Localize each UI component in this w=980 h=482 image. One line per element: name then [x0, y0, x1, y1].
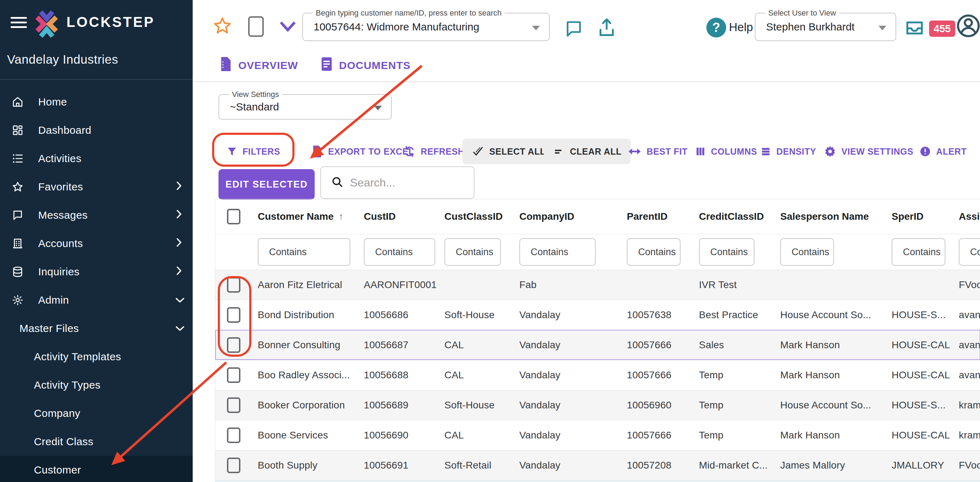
row-checkbox[interactable] — [227, 367, 240, 383]
density-button[interactable]: DENSITY — [760, 139, 816, 164]
sidebar-item-messages[interactable]: Messages — [0, 201, 192, 229]
column-header-Customer Name[interactable]: Customer Name↑ — [252, 211, 358, 222]
table-cell: Mark Hanson — [775, 369, 886, 381]
export-to-excel-button[interactable]: EXPORT TO EXCEL — [311, 139, 414, 164]
chevron-down-icon[interactable] — [278, 20, 297, 34]
row-checkbox[interactable] — [227, 277, 240, 293]
dropdown-caret-icon[interactable] — [878, 26, 886, 30]
column-header-SperID[interactable]: SperID — [886, 211, 953, 222]
table-row-partial[interactable] — [215, 480, 980, 482]
table-cell: HOUSE-S... — [886, 399, 953, 411]
table-cell: FVoca — [953, 279, 980, 290]
row-checkbox[interactable] — [227, 458, 240, 473]
table-row[interactable]: Aaron Fitz EletricalAARONFIT0001FabIVR T… — [215, 270, 980, 300]
column-header-CreditClassID[interactable]: CreditClassID — [693, 211, 775, 222]
sidebar-item-customer[interactable]: Customer — [0, 456, 192, 482]
sidebar-item-label: Activities — [38, 153, 81, 164]
filter-icon — [226, 146, 237, 157]
sidebar-item-company[interactable]: Company — [0, 399, 192, 428]
sidebar-item-label: Home — [38, 96, 67, 108]
sidebar-item-activity-types[interactable]: Activity Types — [0, 371, 192, 399]
sidebar-item-favorites[interactable]: Favorites — [0, 173, 192, 201]
column-header-CustClassID[interactable]: CustClassID — [439, 211, 514, 222]
checkbox-outline-icon[interactable] — [248, 16, 264, 37]
table-row[interactable]: Bonner Consulting10056687CALVandalay1005… — [215, 330, 980, 360]
table-cell: House Account So... — [775, 399, 886, 411]
table-cell: avanc — [953, 369, 980, 381]
search-input[interactable] — [349, 176, 450, 190]
table-row[interactable]: Booker Corporation10056689Soft-HouseVand… — [215, 390, 980, 420]
tab-overview[interactable]: OVERVIEW — [219, 56, 298, 75]
sidebar-item-activities[interactable]: Activities — [0, 144, 192, 173]
row-checkbox[interactable] — [227, 307, 240, 323]
filter-operator-select[interactable]: Contains — [959, 238, 980, 266]
row-checkbox[interactable] — [227, 428, 240, 443]
filter-operator-select[interactable]: Contains — [444, 238, 501, 266]
accounts-icon — [11, 238, 25, 249]
table-row[interactable]: Boo Radley Associ...10056688CALVandalay1… — [215, 360, 980, 390]
columns-button[interactable]: COLUMNS — [695, 139, 757, 164]
sidebar-item-home[interactable]: Home — [0, 88, 192, 116]
sidebar-item-credit-class[interactable]: Credit Class — [0, 428, 192, 456]
column-header-ParentID[interactable]: ParentID — [621, 211, 693, 222]
table-row[interactable]: Bond Distribution10056686Soft-HouseVanda… — [215, 300, 980, 330]
avatar-icon[interactable] — [956, 13, 980, 40]
filter-operator-select[interactable]: Contains — [364, 238, 435, 266]
sidebar-item-accounts[interactable]: Accounts — [0, 229, 192, 258]
sidebar-item-dashboard[interactable]: Dashboard — [0, 116, 192, 144]
hamburger-menu-icon[interactable] — [11, 17, 27, 31]
table-cell: Best Practice — [693, 309, 775, 321]
inbox-icon[interactable] — [904, 18, 926, 40]
sidebar-divider — [0, 79, 192, 80]
filter-operator-select[interactable]: Contains — [699, 238, 754, 266]
refresh-icon — [403, 145, 416, 158]
filter-operator-select[interactable]: Contains — [258, 238, 350, 266]
column-header-Assig[interactable]: Assig — [953, 211, 980, 222]
select-all-button[interactable]: SELECT ALL — [463, 139, 555, 164]
tab-documents-label: DOCUMENTS — [339, 59, 410, 72]
table-cell: HOUSE-CAL — [886, 339, 953, 351]
favorite-star-icon[interactable] — [212, 16, 232, 38]
filter-operator-select[interactable]: Contains — [780, 238, 834, 266]
alert-button[interactable]: ALERT — [919, 139, 967, 164]
row-checkbox[interactable] — [227, 337, 240, 353]
help-icon[interactable]: ? — [706, 18, 726, 38]
column-header-Salesperson Name[interactable]: Salesperson Name — [775, 211, 886, 222]
table-row[interactable]: Booth Supply10056691Soft-RetailVandalay1… — [215, 450, 980, 480]
filter-operator-select[interactable]: Contains — [519, 238, 596, 266]
table-cell: Sales — [693, 339, 775, 351]
user-select[interactable]: Select User to View Stephen Burkhardt — [755, 13, 896, 41]
sidebar-item-inquiries[interactable]: Inquiries — [0, 258, 192, 286]
sidebar-item-master-files[interactable]: Master Files — [0, 314, 192, 343]
filter-operator-select[interactable]: Contains — [627, 238, 681, 266]
sidebar-item-admin[interactable]: Admin — [0, 286, 192, 314]
clear-all-button[interactable]: CLEAR ALL — [544, 139, 631, 164]
grid-search[interactable] — [320, 166, 474, 199]
sidebar-item-label: Credit Class — [34, 436, 93, 448]
view-settings-select[interactable]: View Settings ~Standard — [218, 94, 392, 120]
filter-operator-select[interactable]: Contains — [892, 238, 945, 266]
table-cell: Mark Hanson — [775, 429, 886, 441]
filters-button[interactable]: FILTERS — [226, 139, 280, 164]
dropdown-caret-icon[interactable] — [532, 26, 540, 30]
dropdown-caret-icon[interactable] — [374, 106, 382, 110]
table-row[interactable]: Boone Services10056690CALVandalay1005766… — [215, 420, 980, 450]
view-settings-gear-icon — [824, 145, 837, 158]
table-cell: Soft-House — [439, 399, 514, 411]
view-settings-button[interactable]: VIEW SETTINGS — [824, 139, 913, 164]
chat-icon[interactable] — [564, 18, 584, 40]
tab-documents[interactable]: DOCUMENTS — [320, 56, 410, 75]
customer-search-combobox[interactable]: Begin typing customer name/ID, press ent… — [302, 13, 550, 41]
upload-icon[interactable] — [597, 16, 617, 40]
column-header-CompanyID[interactable]: CompanyID — [514, 211, 621, 222]
chevron-right-icon — [175, 181, 183, 193]
sidebar-item-activity-templates[interactable]: Activity Templates — [0, 343, 192, 371]
refresh-button[interactable]: REFRESH — [403, 139, 465, 164]
grid-body: Aaron Fitz EletricalAARONFIT0001FabIVR T… — [215, 270, 980, 482]
best-fit-button[interactable]: BEST FIT — [627, 139, 687, 164]
help-label[interactable]: Help — [729, 21, 753, 34]
select-all-checkbox[interactable] — [227, 209, 240, 224]
column-header-CustID[interactable]: CustID — [358, 211, 439, 222]
row-checkbox[interactable] — [227, 397, 240, 413]
edit-selected-button[interactable]: EDIT SELECTED — [218, 169, 315, 200]
